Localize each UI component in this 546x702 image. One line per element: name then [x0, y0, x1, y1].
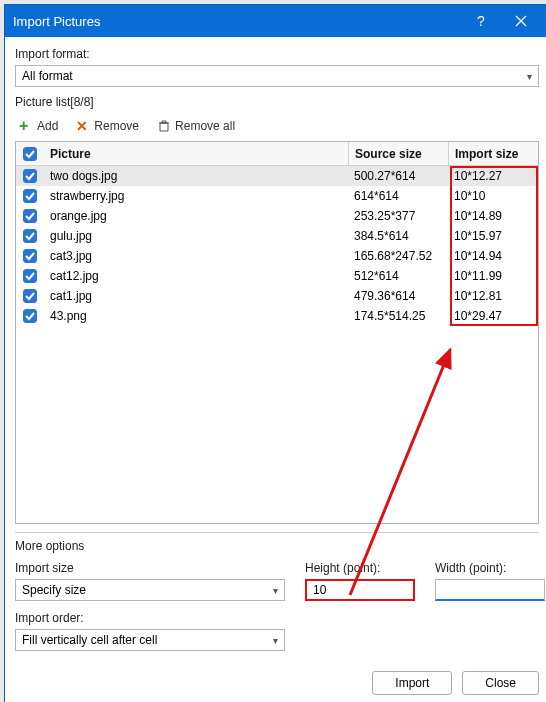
import-size-combo[interactable]: Specify size ▾: [15, 579, 285, 601]
cell-import-size: 10*10: [448, 189, 538, 203]
table-row[interactable]: 43.png174.5*514.2510*29.47: [16, 306, 538, 326]
trash-icon: [157, 119, 171, 133]
row-checkbox[interactable]: [16, 269, 44, 283]
cell-source-size: 165.68*247.52: [348, 249, 448, 263]
more-options-label: More options: [15, 539, 539, 553]
row-checkbox[interactable]: [16, 229, 44, 243]
cell-picture: cat12.jpg: [44, 269, 348, 283]
cell-import-size: 10*14.94: [448, 249, 538, 263]
titlebar: Import Pictures ?: [5, 5, 546, 37]
header-source-size[interactable]: Source size: [348, 142, 448, 165]
picture-list-label: Picture list[8/8]: [15, 95, 539, 109]
height-label: Height (point):: [305, 561, 415, 575]
remove-all-button[interactable]: Remove all: [153, 117, 239, 135]
cell-source-size: 512*614: [348, 269, 448, 283]
chevron-down-icon: ▾: [273, 635, 278, 646]
cell-source-size: 384.5*614: [348, 229, 448, 243]
table-row[interactable]: gulu.jpg384.5*61410*15.97: [16, 226, 538, 246]
import-order-combo[interactable]: Fill vertically cell after cell ▾: [15, 629, 285, 651]
import-pictures-dialog: Import Pictures ? Import format: All for…: [4, 4, 546, 702]
table-row[interactable]: orange.jpg253.25*37710*14.89: [16, 206, 538, 226]
import-size-label: Import size: [15, 561, 285, 575]
cell-import-size: 10*11.99: [448, 269, 538, 283]
cell-import-size: 10*15.97: [448, 229, 538, 243]
cell-import-size: 10*12.27: [448, 169, 538, 183]
cell-source-size: 253.25*377: [348, 209, 448, 223]
row-checkbox[interactable]: [16, 169, 44, 183]
table-row[interactable]: cat3.jpg165.68*247.5210*14.94: [16, 246, 538, 266]
grid-header: Picture Source size Import size: [16, 142, 538, 166]
help-button[interactable]: ?: [461, 5, 501, 37]
import-format-label: Import format:: [15, 47, 539, 61]
chevron-down-icon: ▾: [273, 585, 278, 596]
import-size-value: Specify size: [22, 583, 86, 597]
header-picture[interactable]: Picture: [44, 147, 348, 161]
cell-source-size: 614*614: [348, 189, 448, 203]
plus-icon: +: [19, 119, 33, 133]
row-checkbox[interactable]: [16, 209, 44, 223]
grid-body: two dogs.jpg500.27*61410*12.27strawberry…: [16, 166, 538, 523]
footer: Import Close: [5, 661, 546, 702]
close-window-button[interactable]: [501, 5, 541, 37]
table-row[interactable]: strawberry.jpg614*61410*10: [16, 186, 538, 206]
header-checkbox[interactable]: [16, 147, 44, 161]
close-button[interactable]: Close: [462, 671, 539, 695]
picture-grid: Picture Source size Import size two dogs…: [15, 141, 539, 524]
more-options-section: More options Import size Specify size ▾ …: [15, 532, 539, 651]
import-order-value: Fill vertically cell after cell: [22, 633, 157, 647]
row-checkbox[interactable]: [16, 289, 44, 303]
table-row[interactable]: cat12.jpg512*61410*11.99: [16, 266, 538, 286]
cell-picture: gulu.jpg: [44, 229, 348, 243]
x-icon: ✕: [76, 119, 90, 133]
cell-picture: 43.png: [44, 309, 348, 323]
chevron-down-icon: ▾: [527, 71, 532, 82]
window-title: Import Pictures: [13, 14, 461, 29]
cell-source-size: 479.36*614: [348, 289, 448, 303]
import-format-value: All format: [22, 69, 73, 83]
cell-picture: cat1.jpg: [44, 289, 348, 303]
remove-button[interactable]: ✕ Remove: [72, 117, 143, 135]
table-row[interactable]: two dogs.jpg500.27*61410*12.27: [16, 166, 538, 186]
cell-picture: strawberry.jpg: [44, 189, 348, 203]
import-format-combo[interactable]: All format ▾: [15, 65, 539, 87]
cell-picture: cat3.jpg: [44, 249, 348, 263]
row-checkbox[interactable]: [16, 189, 44, 203]
cell-import-size: 10*14.89: [448, 209, 538, 223]
width-input[interactable]: [435, 579, 545, 601]
close-icon: [515, 15, 527, 27]
height-input[interactable]: [305, 579, 415, 601]
row-checkbox[interactable]: [16, 249, 44, 263]
cell-source-size: 174.5*514.25: [348, 309, 448, 323]
cell-import-size: 10*29.47: [448, 309, 538, 323]
header-import-size[interactable]: Import size: [448, 142, 538, 165]
table-row[interactable]: cat1.jpg479.36*61410*12.81: [16, 286, 538, 306]
cell-picture: two dogs.jpg: [44, 169, 348, 183]
import-button[interactable]: Import: [372, 671, 452, 695]
width-label: Width (point):: [435, 561, 545, 575]
cell-source-size: 500.27*614: [348, 169, 448, 183]
cell-import-size: 10*12.81: [448, 289, 538, 303]
import-order-label: Import order:: [15, 611, 285, 625]
toolbar: + Add ✕ Remove Remove all: [15, 117, 539, 135]
row-checkbox[interactable]: [16, 309, 44, 323]
add-button[interactable]: + Add: [15, 117, 62, 135]
cell-picture: orange.jpg: [44, 209, 348, 223]
